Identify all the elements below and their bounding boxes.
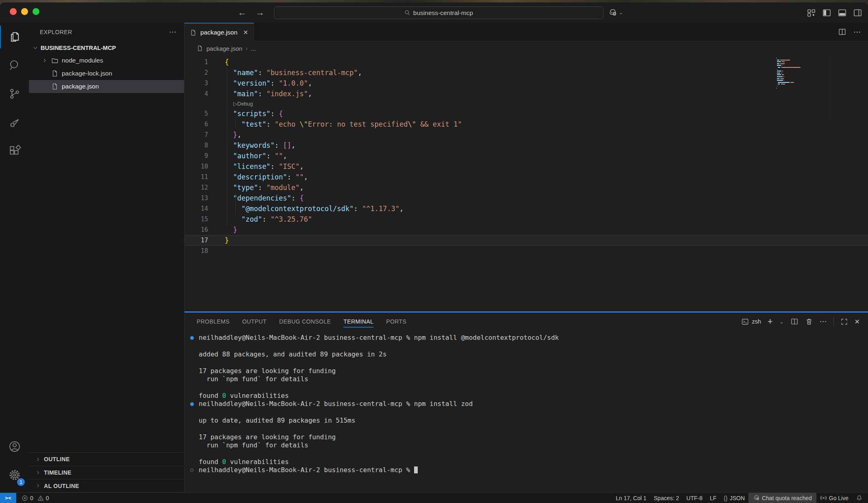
split-terminal-button[interactable] [790, 317, 799, 326]
copilot-button[interactable] [608, 8, 617, 17]
minimap[interactable] [776, 58, 829, 91]
command-center-search[interactable]: business-central-mcp [274, 6, 603, 19]
panel-tab-problems[interactable]: PROBLEMS [197, 313, 230, 330]
panel-tab-debug-console[interactable]: DEBUG CONSOLE [279, 313, 331, 330]
activity-explorer-button[interactable] [0, 23, 29, 51]
copilot-icon [608, 8, 617, 17]
code-line-2[interactable]: 2 "name": "business-central-mcp", [184, 67, 868, 78]
split-editor-button[interactable] [838, 28, 846, 36]
kill-terminal-button[interactable] [805, 317, 813, 326]
file-name: package-lock.json [62, 70, 112, 77]
maximize-panel-button[interactable] [840, 318, 848, 326]
code-line-1[interactable]: 1{ [184, 57, 868, 67]
divider [833, 317, 834, 326]
activity-search-button[interactable] [0, 51, 29, 80]
code-line-3[interactable]: 3 "version": "1.0.0", [184, 78, 868, 89]
editor-more-actions-button[interactable]: ⋯ [853, 28, 861, 37]
breadcrumb-more[interactable]: ... [251, 45, 256, 52]
line-content: "@modelcontextprotocol/sdk": "^1.17.3", [208, 203, 404, 214]
encoding-item[interactable]: UTF-8 [683, 493, 706, 503]
workspace-root-row[interactable]: BUSINESS-CENTRAL-MCP [29, 41, 184, 54]
terminal-shell-item[interactable]: zsh [741, 318, 761, 326]
code-line-5[interactable]: 5 "scripts": { [184, 108, 868, 119]
code-line-15[interactable]: 15 "zod": "^3.25.76" [184, 214, 868, 225]
minimap-slider[interactable] [829, 55, 868, 120]
panel-tab-ports[interactable]: PORTS [386, 313, 406, 330]
minimize-window-button[interactable] [21, 8, 28, 15]
code-line-11[interactable]: 11 "description": "", [184, 172, 868, 182]
command-success-decoration[interactable] [190, 402, 194, 406]
copilot-chevron-down-icon[interactable]: ⌄ [619, 10, 623, 15]
indent-guide [235, 193, 236, 214]
line-content: "keywords": [], [208, 140, 295, 151]
tab-package-json[interactable]: package.json ✕ [184, 23, 254, 41]
code-line-14[interactable]: 14 "@modelcontextprotocol/sdk": "^1.17.3… [184, 203, 868, 214]
breadcrumb[interactable]: package.json › ... [184, 41, 868, 55]
line-content: "license": "ISC", [208, 161, 304, 172]
language-mode-item[interactable]: {} JSON [720, 493, 749, 503]
code-line-10[interactable]: 10 "license": "ISC", [184, 161, 868, 172]
code-editor[interactable]: 1{2 "name": "business-central-mcp",3 "ve… [184, 55, 868, 311]
code-line-7[interactable]: 7 }, [184, 130, 868, 140]
code-line-18[interactable]: 18 [184, 246, 868, 256]
line-content: "dependencies": { [208, 193, 304, 203]
activity-extensions-button[interactable] [0, 136, 29, 165]
terminal-line: neilhaddley@Neils-MacBook-Air-2 business… [190, 400, 868, 408]
terminal-line: up to date, audited 89 packages in 515ms [190, 417, 868, 425]
bottom-panel: PROBLEMSOUTPUTDEBUG CONSOLETERMINALPORTS… [184, 313, 868, 492]
explorer-more-actions-button[interactable]: ⋯ [169, 28, 177, 37]
toggle-panel-button[interactable] [838, 8, 847, 17]
cursor-position-item[interactable]: Ln 17, Col 1 [612, 493, 650, 503]
sidebar-section-timeline[interactable]: TIMELINE [29, 466, 184, 479]
panel-tab-terminal[interactable]: TERMINAL [343, 313, 373, 330]
eol-item[interactable]: LF [706, 493, 720, 503]
activity-run-debug-button[interactable] [0, 108, 29, 136]
sidebar-section-outline[interactable]: OUTLINE [29, 452, 184, 466]
breadcrumb-file[interactable]: package.json [206, 45, 242, 52]
toggle-secondary-sidebar-button[interactable] [853, 8, 862, 17]
code-line-12[interactable]: 12 "type": "module", [184, 182, 868, 193]
command-pending-decoration[interactable] [190, 468, 193, 472]
file-tree-item-package.json[interactable]: package.json [29, 80, 184, 93]
activity-source-control-button[interactable] [0, 80, 29, 108]
code-line-4[interactable]: 4 "main": "index.js", [184, 89, 868, 99]
code-line-6[interactable]: 6 "test": "echo \"Error: no test specifi… [184, 119, 868, 130]
line-number: 2 [184, 67, 208, 78]
navigate-back-button[interactable]: ← [238, 7, 247, 18]
toggle-primary-sidebar-button[interactable] [822, 8, 831, 17]
code-line-16[interactable]: 16 } [184, 225, 868, 235]
code-line-8[interactable]: 8 "keywords": [], [184, 140, 868, 151]
customize-layout-button[interactable] [807, 8, 816, 17]
command-success-decoration[interactable] [190, 336, 194, 340]
code-line-17[interactable]: 17} [184, 235, 868, 246]
file-tree-item-node_modules[interactable]: node_modules [29, 54, 184, 67]
file-tree-item-package-lock.json[interactable]: package-lock.json [29, 67, 184, 80]
line-number: 4 [184, 89, 208, 99]
code-line-9[interactable]: 9 "author": "", [184, 151, 868, 161]
code-line-13[interactable]: 13 "dependencies": { [184, 193, 868, 203]
line-number: 9 [184, 151, 208, 161]
notifications-item[interactable] [852, 493, 868, 503]
remote-indicator[interactable]: >< [0, 493, 16, 503]
zoom-window-button[interactable] [33, 8, 39, 15]
panel-more-actions-button[interactable]: ⋯ [820, 317, 827, 326]
problems-status-item[interactable]: 0 0 [16, 493, 53, 503]
navigate-forward-button[interactable]: → [256, 7, 265, 18]
line-number: 7 [184, 130, 208, 140]
close-panel-button[interactable]: ✕ [855, 318, 860, 326]
go-live-item[interactable]: Go Live [816, 493, 852, 503]
accounts-button[interactable] [0, 432, 29, 461]
line-content: "scripts": { [208, 108, 283, 119]
codelens-debug[interactable]: ▷Debug [184, 99, 868, 108]
sidebar-section-al-outline[interactable]: AL OUTLINE [29, 479, 184, 492]
terminal-line [190, 449, 868, 458]
terminal-dropdown-chevron-icon[interactable]: ⌄ [779, 319, 784, 325]
indentation-item[interactable]: Spaces: 2 [650, 493, 683, 503]
close-window-button[interactable] [10, 8, 17, 15]
settings-button[interactable]: 1 [0, 461, 29, 489]
panel-tab-output[interactable]: OUTPUT [242, 313, 267, 330]
copilot-status-item[interactable]: Chat quota reached [749, 493, 816, 503]
terminal-output[interactable]: neilhaddley@Neils-MacBook-Air-2 business… [184, 330, 868, 492]
close-tab-icon[interactable]: ✕ [243, 29, 248, 36]
new-terminal-button[interactable]: + [768, 316, 773, 327]
